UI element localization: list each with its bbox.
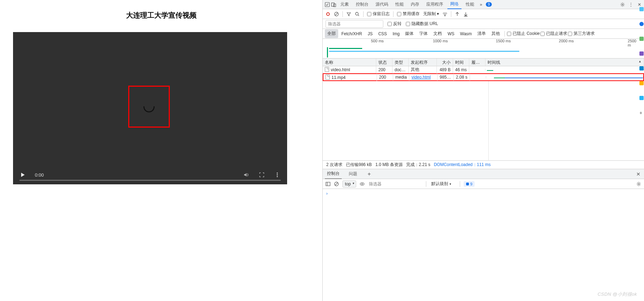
record-button[interactable] [326, 12, 330, 17]
annotation-highlight-spinner [128, 86, 170, 128]
type-wasm[interactable]: Wasm [458, 30, 475, 38]
type-js[interactable]: JS [365, 30, 375, 38]
page-title: 大连理工大学宣传视频 [0, 11, 322, 20]
console-sidebar-toggle-icon[interactable] [326, 182, 330, 186]
sidebar-icon-4[interactable] [639, 51, 644, 56]
type-manifest[interactable]: 清单 [475, 29, 488, 38]
blocked-requests-checkbox[interactable]: 已阻止请求 [540, 31, 567, 37]
col-status[interactable]: 状态 [376, 59, 392, 66]
col-name[interactable]: 名称 [323, 59, 376, 66]
tab-network[interactable]: 网络 [447, 0, 462, 9]
volume-button[interactable] [243, 171, 250, 178]
sidebar-icon-add[interactable]: + [639, 111, 644, 115]
table-row[interactable]: 11.mp4200mediavideo.html985 kB2.08 s [323, 73, 644, 81]
invert-checkbox[interactable]: 反转 [388, 21, 402, 27]
clear-button[interactable] [334, 12, 339, 17]
wifi-icon[interactable] [442, 12, 447, 17]
issues-tab[interactable]: 问题 [347, 169, 359, 179]
col-type[interactable]: 类型 [392, 59, 409, 66]
svg-rect-13 [326, 182, 330, 186]
network-timeline-overview[interactable]: 500 ms 1000 ms 1500 ms 2000 ms 2500 m [323, 39, 644, 59]
svg-point-12 [445, 16, 446, 16]
throttle-select[interactable]: 无限制 ▾ [423, 11, 439, 17]
blocked-cookies-checkbox[interactable]: 已阻止 Cookie [507, 31, 540, 37]
summary-resources: 1.0 MB 条资源 [375, 162, 402, 168]
col-time[interactable]: 时间 [453, 59, 469, 66]
disable-cache-checkbox[interactable]: 禁用缓存 [397, 11, 420, 17]
console-clear-icon[interactable] [334, 182, 339, 186]
network-toolbar: 保留日志 禁用缓存 无限制 ▾ [323, 9, 644, 19]
console-body[interactable]: › [323, 189, 644, 301]
inspect-icon[interactable] [325, 2, 330, 7]
fullscreen-button[interactable] [258, 171, 265, 178]
svg-point-17 [361, 183, 363, 184]
console-context-select[interactable]: top [342, 180, 356, 188]
type-other[interactable]: 其他 [489, 29, 502, 38]
play-button[interactable] [19, 171, 26, 178]
type-fetch[interactable]: Fetch/XHR [339, 30, 365, 38]
sidebar-icon-1[interactable] [639, 7, 644, 11]
video-player[interactable]: 0:00 [13, 32, 287, 184]
close-drawer-icon[interactable]: ✕ [635, 170, 642, 178]
tab-performance[interactable]: 性能 [392, 0, 407, 9]
eye-icon[interactable] [360, 182, 365, 186]
tab-sources[interactable]: 源代码 [373, 0, 391, 9]
tab-application[interactable]: 应用程序 [423, 0, 446, 9]
filter-toggle-icon[interactable] [346, 12, 351, 17]
hide-data-url-checkbox[interactable]: 隐藏数据 URL [406, 21, 438, 27]
third-party-checkbox[interactable]: 第三方请求 [568, 31, 595, 37]
type-font[interactable]: 字体 [417, 29, 430, 38]
col-initiator[interactable]: 发起程序 [409, 59, 437, 66]
col-size[interactable]: 大小 [437, 59, 453, 66]
network-filter-input[interactable] [326, 20, 383, 28]
download-icon[interactable] [463, 12, 468, 17]
type-img[interactable]: Img [390, 30, 402, 38]
network-type-filters: 全部 Fetch/XHR JS CSS Img 媒体 字体 文档 WS Wasm… [323, 29, 644, 39]
console-level-select[interactable]: 默认级别 [430, 180, 456, 188]
type-all[interactable]: 全部 [325, 29, 338, 38]
add-drawer-tab-icon[interactable]: + [366, 171, 373, 178]
col-fulfiller[interactable]: 履行者 [469, 59, 485, 66]
network-summary: 2 次请求 已传输986 kB 1.0 MB 条资源 完成：2.21 s DOM… [323, 161, 644, 169]
sidebar-icon-5[interactable] [639, 66, 644, 70]
tab-memory[interactable]: 内存 [408, 0, 422, 9]
tab-elements[interactable]: 元素 [338, 0, 352, 9]
sidebar-icon-3[interactable] [639, 37, 644, 41]
upload-icon[interactable] [455, 12, 460, 17]
more-options-button[interactable] [274, 171, 281, 178]
video-progress-bar[interactable] [19, 180, 281, 181]
tab-performance2[interactable]: 性能 [463, 0, 477, 9]
col-waterfall[interactable]: 时间线▲ [485, 59, 644, 66]
sidebar-icon-6[interactable] [639, 81, 644, 85]
devtools-close-icon[interactable]: ✕ [637, 2, 642, 7]
tick-2000: 2000 ms [559, 39, 574, 43]
console-tab[interactable]: 控制台 [325, 169, 342, 179]
video-current-time: 0:00 [35, 172, 44, 178]
tab-console[interactable]: 控制台 [353, 0, 371, 9]
devtools-menu-icon[interactable]: ⋮ [628, 2, 633, 7]
tick-1500: 1500 ms [496, 39, 511, 43]
sidebar-icon-7[interactable] [639, 96, 644, 100]
summary-dcl: DOMContentLoaded：111 ms [434, 162, 490, 168]
console-prompt-icon: › [326, 191, 328, 196]
search-icon[interactable] [355, 12, 360, 17]
sidebar-icon-2[interactable] [639, 22, 644, 26]
type-doc[interactable]: 文档 [431, 29, 444, 38]
type-ws[interactable]: WS [445, 30, 457, 38]
console-toolbar: top 默认级别 9 [323, 179, 644, 189]
device-toggle-icon[interactable] [331, 2, 336, 7]
type-media[interactable]: 媒体 [403, 29, 416, 38]
issues-badge[interactable]: 9 [486, 2, 492, 7]
preserve-log-checkbox[interactable]: 保留日志 [367, 11, 390, 17]
summary-requests: 2 次请求 [326, 162, 342, 168]
more-tabs-icon[interactable]: » [478, 2, 484, 7]
console-issues-badge[interactable]: 9 [464, 181, 475, 187]
svg-line-11 [358, 15, 359, 16]
svg-marker-0 [21, 173, 25, 177]
table-row[interactable]: video.html200docu...其他489 B46 ms [323, 66, 644, 73]
type-css[interactable]: CSS [376, 30, 390, 38]
right-sidebar-icons: + [639, 7, 644, 115]
console-settings-icon[interactable] [636, 182, 641, 186]
devtools-settings-icon[interactable] [620, 2, 625, 7]
console-filter-input[interactable] [368, 181, 422, 187]
